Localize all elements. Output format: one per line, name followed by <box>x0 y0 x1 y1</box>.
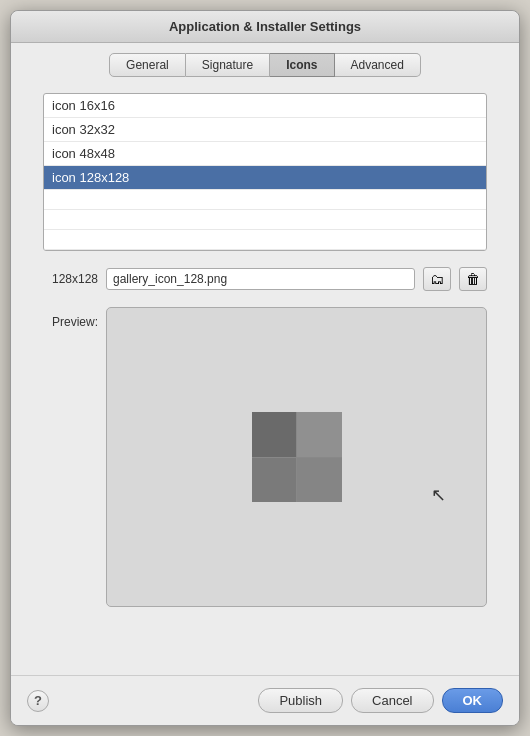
list-item[interactable]: icon 16x16 <box>44 94 486 118</box>
content-area: icon 16x16 icon 32x32 icon 48x48 icon 12… <box>11 77 519 675</box>
browse-button[interactable]: 🗂 <box>423 267 451 291</box>
tab-bar: General Signature Icons Advanced <box>11 43 519 77</box>
dialog: Application & Installer Settings General… <box>10 10 520 726</box>
list-item-empty[interactable] <box>44 230 486 250</box>
file-label: 128x128 <box>43 272 98 286</box>
list-item-empty[interactable] <box>44 190 486 210</box>
list-item-empty[interactable] <box>44 210 486 230</box>
dialog-title: Application & Installer Settings <box>169 19 361 34</box>
delete-button[interactable]: 🗑 <box>459 267 487 291</box>
cancel-button[interactable]: Cancel <box>351 688 433 713</box>
trash-icon: 🗑 <box>466 271 480 287</box>
footer: ? Publish Cancel OK <box>11 675 519 725</box>
list-item[interactable]: icon 48x48 <box>44 142 486 166</box>
publish-button[interactable]: Publish <box>258 688 343 713</box>
preview-q2 <box>297 412 342 457</box>
footer-left: ? <box>27 690 49 712</box>
help-icon: ? <box>34 693 42 708</box>
help-button[interactable]: ? <box>27 690 49 712</box>
tab-signature[interactable]: Signature <box>186 53 270 77</box>
preview-q4 <box>297 458 342 503</box>
folder-icon: 🗂 <box>430 271 444 287</box>
ok-button[interactable]: OK <box>442 688 504 713</box>
file-row: 128x128 🗂 🗑 <box>43 267 487 291</box>
list-item-selected[interactable]: icon 128x128 <box>44 166 486 190</box>
preview-q1 <box>252 412 297 457</box>
footer-right: Publish Cancel OK <box>258 688 503 713</box>
tab-advanced[interactable]: Advanced <box>335 53 421 77</box>
preview-section: Preview: ↖ <box>43 307 487 659</box>
preview-label: Preview: <box>43 307 98 329</box>
preview-q3 <box>252 458 297 503</box>
tab-general[interactable]: General <box>109 53 186 77</box>
preview-box: ↖ <box>106 307 487 607</box>
list-item[interactable]: icon 32x32 <box>44 118 486 142</box>
title-bar: Application & Installer Settings <box>11 11 519 43</box>
preview-icon <box>252 412 342 502</box>
tab-icons[interactable]: Icons <box>270 53 334 77</box>
file-input[interactable] <box>106 268 415 290</box>
icon-list-container: icon 16x16 icon 32x32 icon 48x48 icon 12… <box>43 93 487 251</box>
cursor: ↖ <box>431 484 446 506</box>
icon-list: icon 16x16 icon 32x32 icon 48x48 icon 12… <box>44 94 486 250</box>
